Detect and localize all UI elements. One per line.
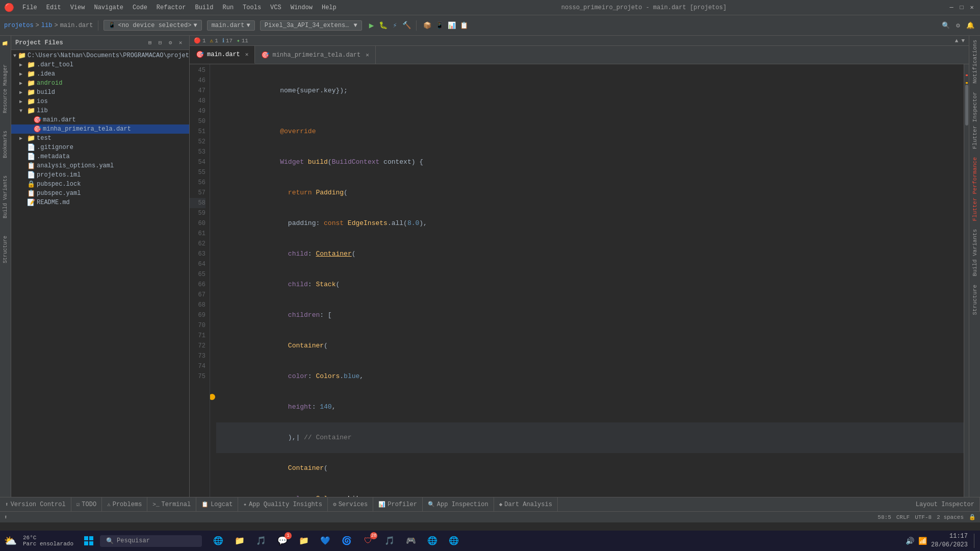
scroll-thumb[interactable] — [965, 85, 968, 126]
btab-services[interactable]: ⚙ Services — [328, 497, 373, 511]
btab-problems[interactable]: ⚠ Problems — [102, 497, 147, 511]
btab-terminal[interactable]: >_ Terminal — [147, 497, 196, 511]
notifications-icon[interactable]: 🔔 — [965, 20, 976, 31]
btab-profiler[interactable]: 📊 Profiler — [373, 497, 423, 511]
tree-android[interactable]: ▶ 📁 android — [11, 79, 189, 88]
bookmarks[interactable]: Bookmarks — [2, 128, 9, 161]
encoding[interactable]: UTF-8 — [915, 514, 932, 520]
tree-idea[interactable]: ▶ 📁 .idea — [11, 69, 189, 79]
flutter-perf-panel[interactable]: Flutter Performance — [971, 153, 979, 225]
menu-vcs[interactable]: VCS — [266, 3, 286, 12]
btab-logcat[interactable]: 📋 Logcat — [196, 497, 238, 511]
expand-icon[interactable]: ▼ — [961, 38, 965, 44]
menu-file[interactable]: File — [18, 3, 41, 12]
taskbar-vscode[interactable]: 💙 — [315, 531, 336, 550]
project-expand-icon[interactable]: ⊞ — [145, 38, 154, 47]
menu-help[interactable]: Help — [318, 3, 341, 12]
menu-run[interactable]: Run — [218, 3, 238, 12]
build-variants-panel[interactable]: Build Variants — [971, 225, 979, 280]
btab-layout-inspector[interactable]: Layout Inspector — [911, 497, 980, 511]
tree-dart-tool[interactable]: ▶ 📁 .dart_tool — [11, 60, 189, 69]
start-button[interactable] — [80, 532, 98, 550]
taskbar-explorer[interactable]: 📁 — [294, 531, 314, 550]
project-settings-icon[interactable]: ⚙ — [166, 38, 175, 47]
indent-label[interactable]: 2 spaces — [937, 514, 964, 520]
sdk-manager-icon[interactable]: 📦 — [422, 20, 433, 31]
btab-version-control[interactable]: ⬆ Version Control — [0, 497, 71, 511]
tab-minha-dart-close[interactable]: ✕ — [366, 52, 369, 58]
tab-minha-dart[interactable]: 🎯 minha_primeira_tela.dart ✕ — [255, 46, 375, 64]
tree-pubspec-lock[interactable]: 🔒 pubspec.lock — [11, 180, 189, 189]
pixel-selector[interactable]: Pixel_3a_API_34_extension_level_7_x86s ▼ — [260, 20, 362, 31]
project-collapse-icon[interactable]: ⊟ — [156, 38, 165, 47]
weather-widget[interactable]: ⛅ — [4, 535, 17, 547]
tree-root[interactable]: ▼ 📁 C:\Users\Nathan\Documents\PROGRAMACA… — [11, 51, 189, 60]
menu-window[interactable]: Window — [287, 3, 317, 12]
taskbar-security[interactable]: 🛡 28 — [358, 531, 378, 550]
tray-sound[interactable]: 🔊 — [906, 537, 914, 545]
build-button[interactable]: 🔨 — [402, 21, 411, 30]
tree-minha-dart[interactable]: 🎯 minha_primeira_tela.dart — [11, 124, 189, 134]
taskbar-edge[interactable]: 🌐 — [422, 531, 443, 550]
taskbar-flutter[interactable]: 🌀 — [337, 531, 357, 550]
tree-metadata[interactable]: 📄 .metadata — [11, 152, 189, 161]
attach-button[interactable]: ⚡ — [393, 21, 397, 30]
tree-lib[interactable]: ▼ 📁 lib — [11, 106, 189, 115]
menu-code[interactable]: Code — [128, 3, 151, 12]
tree-iml[interactable]: 📄 projetos.iml — [11, 170, 189, 180]
device-selector[interactable]: 📱 <no device selected> ▼ — [104, 20, 201, 31]
menu-tools[interactable]: Tools — [239, 3, 265, 12]
tree-gitignore[interactable]: 📄 .gitignore — [11, 143, 189, 152]
flutter-inspector-panel[interactable]: Flutter Inspector — [971, 88, 979, 153]
btab-app-quality[interactable]: ✦ App Quality Insights — [238, 497, 328, 511]
menu-edit[interactable]: Edit — [42, 3, 65, 12]
collapse-icon[interactable]: ▲ — [955, 38, 959, 44]
breadcrumb-lib[interactable]: lib — [41, 22, 53, 29]
taskbar-steam[interactable]: 🎮 — [401, 531, 421, 550]
taskbar-chrome[interactable]: 🌐 — [444, 531, 464, 550]
btab-dart-analysis[interactable]: ◆ Dart Analysis — [494, 497, 558, 511]
breadcrumb-projetos[interactable]: projetos — [4, 22, 34, 29]
tree-main-dart[interactable]: 🎯 main.dart — [11, 115, 189, 124]
taskbar-chat[interactable]: 💬 1 — [272, 531, 293, 550]
tab-main-dart[interactable]: 🎯 main.dart ✕ — [190, 46, 255, 64]
run-button[interactable]: ▶ — [369, 20, 374, 31]
tree-pubspec-yaml[interactable]: 📋 pubspec.yaml — [11, 189, 189, 198]
maximize-button[interactable]: □ — [958, 4, 966, 12]
menu-view[interactable]: View — [66, 3, 89, 12]
taskbar-search[interactable]: 🔍 Pesquisar — [100, 535, 202, 547]
file-selector[interactable]: main.dart ▼ — [207, 20, 255, 31]
project-tool-window[interactable]: 📁 — [2, 38, 9, 50]
taskbar-browser[interactable]: 🌐 — [208, 531, 228, 550]
menu-refactor[interactable]: Refactor — [152, 3, 190, 12]
btab-todo[interactable]: ☑ TODO — [71, 497, 102, 511]
tree-analysis[interactable]: 📋 analysis_options.yaml — [11, 161, 189, 170]
tree-readme[interactable]: 📝 README.md — [11, 198, 189, 207]
scroll-area[interactable] — [964, 64, 969, 497]
code-content[interactable]: nome{super.key}); @override Widget build… — [210, 64, 964, 497]
line-ending[interactable]: CRLF — [896, 514, 910, 520]
settings-icon[interactable]: ⚙ — [952, 20, 964, 31]
minimize-button[interactable]: — — [947, 4, 956, 12]
structure[interactable]: Structure — [2, 233, 9, 266]
show-desktop-icon[interactable] — [974, 534, 976, 548]
notifications-panel[interactable]: Notifications — [971, 36, 979, 88]
taskbar-files[interactable]: 📁 — [229, 531, 250, 550]
resource-manager[interactable]: Resource Manager — [2, 61, 9, 116]
menu-build[interactable]: Build — [191, 3, 217, 12]
tab-main-dart-close[interactable]: ✕ — [245, 51, 249, 58]
profiler-icon[interactable]: 📊 — [446, 20, 457, 31]
btab-app-inspection[interactable]: 🔍 App Inspection — [423, 497, 494, 511]
logcat-icon[interactable]: 📋 — [458, 20, 470, 31]
debug-button[interactable]: 🐛 — [379, 21, 388, 30]
tree-build[interactable]: ▶ 📁 build — [11, 88, 189, 97]
tree-test[interactable]: ▶ 📁 test — [11, 134, 189, 143]
close-button[interactable]: ✕ — [968, 4, 976, 12]
search-everywhere-icon[interactable]: 🔍 — [940, 20, 951, 31]
build-variants[interactable]: Build Variants — [2, 172, 9, 221]
cursor-position[interactable]: 58:5 — [878, 514, 891, 520]
tray-network[interactable]: 📶 — [918, 537, 927, 545]
taskbar-music[interactable]: 🎵 — [251, 531, 271, 550]
structure-panel[interactable]: Structure — [971, 281, 979, 319]
avd-manager-icon[interactable]: 📱 — [434, 20, 445, 31]
